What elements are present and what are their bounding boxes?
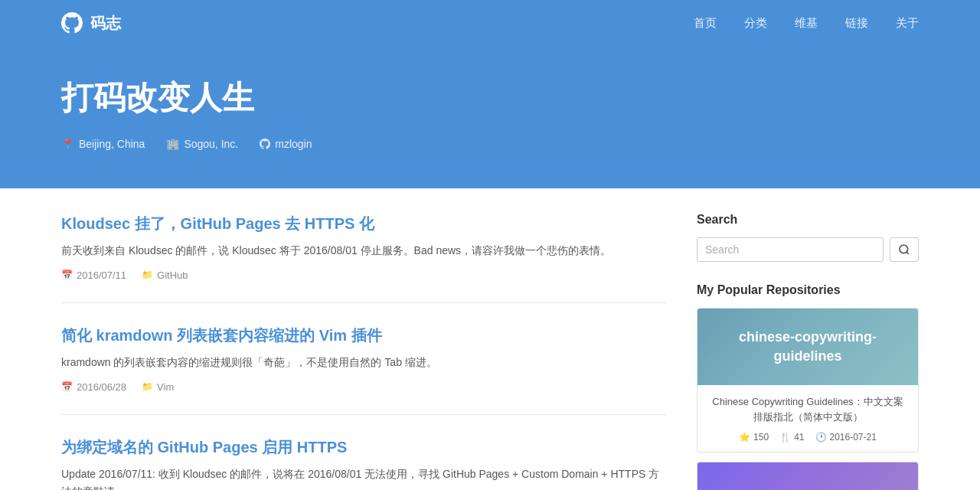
post-category: 📁 GitHub [142,270,188,281]
fork-icon: 🍴 [779,432,791,443]
location-icon: 📍 [61,138,74,150]
meta-github: mzlogin [260,138,312,150]
search-icon [898,243,910,256]
post-meta: 📅 2016/06/28 📁 Vim [61,381,666,393]
repo-card-body: Chinese Copywriting Guidelines：中文文案排版指北（… [697,385,918,452]
star-icon: ⭐ [739,432,750,443]
posts-area: Kloudsec 挂了，GitHub Pages 去 HTTPS 化 前天收到来… [61,213,666,490]
post-meta: 📅 2016/07/11 📁 GitHub [61,270,666,281]
nav-about[interactable]: 关于 [896,16,919,29]
post-excerpt: 前天收到来自 Kloudsec 的邮件，说 Kloudsec 将于 2016/0… [61,242,666,260]
hero-title: 打码改变人生 [61,77,919,119]
site-logo-text: 码志 [90,13,121,34]
popular-repos-section: My Popular Repositories chinese-copywrit… [697,283,919,490]
search-button[interactable] [890,237,919,262]
search-title: Search [697,213,919,227]
meta-company: 🏢 Sogou, Inc. [166,138,238,150]
svg-line-1 [906,252,909,254]
search-input[interactable] [697,237,884,262]
post-item: 简化 kramdown 列表嵌套内容缩进的 Vim 插件 kramdown 的列… [61,303,666,415]
post-excerpt: kramdown 的列表嵌套内容的缩进规则很「奇葩」，不是使用自然的 Tab 缩… [61,354,666,372]
svg-point-0 [900,245,908,253]
company-icon: 🏢 [166,138,179,150]
post-title[interactable]: 为绑定域名的 GitHub Pages 启用 HTTPS [61,436,666,458]
nav-links: 首页 分类 维基 链接 关于 [694,16,919,31]
repo-description: Chinese Copywriting Guidelines：中文文案排版指北（… [708,394,907,424]
repo-stats: ⭐ 150 🍴 41 🕐 2016-07-21 [708,432,907,443]
repo-card-2 [697,462,919,490]
github-meta-icon [260,139,270,149]
sidebar: Search My Popular Repositories [697,213,919,490]
post-excerpt: Update 2016/07/11: 收到 Kloudsec 的邮件，说将在 2… [61,466,666,490]
nav-home[interactable]: 首页 [694,16,717,29]
folder-icon: 📁 [142,270,153,280]
calendar-icon: 📅 [61,270,73,280]
nav-categories[interactable]: 分类 [744,16,767,29]
repo-name: chinese-copywriting-guidelines [697,328,918,366]
repo-card: chinese-copywriting-guidelines Chinese C… [697,308,919,452]
post-date: 📅 2016/07/11 [61,270,126,281]
post-title[interactable]: 简化 kramdown 列表嵌套内容缩进的 Vim 插件 [61,325,666,346]
post-title[interactable]: Kloudsec 挂了，GitHub Pages 去 HTTPS 化 [61,213,666,234]
clock-icon: 🕐 [815,432,827,443]
repo-forks: 🍴 41 [779,432,804,443]
post-item: Kloudsec 挂了，GitHub Pages 去 HTTPS 化 前天收到来… [61,213,666,303]
repo-card-banner-2 [697,462,918,490]
folder-icon: 📁 [142,381,153,392]
search-box [697,237,919,262]
nav-wiki[interactable]: 维基 [795,16,818,29]
nav-links-item[interactable]: 链接 [845,16,868,29]
meta-location: 📍 Beijing, China [61,138,145,150]
repo-date: 🕐 2016-07-21 [815,432,877,443]
search-section: Search [697,213,919,262]
post-date: 📅 2016/06/28 [61,381,126,393]
site-logo[interactable]: 码志 [61,12,121,34]
post-category: 📁 Vim [142,381,174,393]
repo-card-banner: chinese-copywriting-guidelines [697,309,918,385]
popular-repos-title: My Popular Repositories [697,283,919,297]
post-item: 为绑定域名的 GitHub Pages 启用 HTTPS Update 2016… [61,415,666,490]
hero-meta: 📍 Beijing, China 🏢 Sogou, Inc. mzlogin [61,138,919,150]
repo-stars: ⭐ 150 [739,432,769,443]
calendar-icon: 📅 [61,381,73,392]
